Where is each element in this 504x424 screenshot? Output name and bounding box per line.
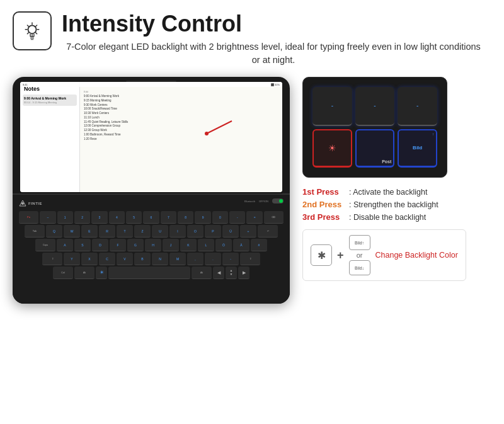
kb-key-tilde[interactable]: ~ bbox=[40, 211, 55, 224]
kb-key-fn[interactable]: Fn bbox=[19, 211, 38, 224]
kb-key-x[interactable]: X bbox=[81, 253, 98, 265]
kb-key-i[interactable]: I bbox=[169, 225, 186, 238]
press-item-2: 2nd Press : Strengthen the backlight bbox=[302, 200, 488, 209]
kb-key-k[interactable]: K bbox=[180, 239, 197, 251]
kb-row-5: Ctrl Alt ☀ Alt ◀ ▲ ▼ ▶ bbox=[19, 266, 284, 279]
kb-key-9[interactable]: 9 bbox=[195, 211, 210, 224]
kb-key-h[interactable]: H bbox=[145, 239, 161, 251]
zoom-key-sun: ☀ bbox=[312, 129, 352, 168]
kb-key-e[interactable]: E bbox=[81, 225, 98, 238]
kb-key-r[interactable]: R bbox=[99, 225, 115, 238]
kb-key-8[interactable]: 8 bbox=[178, 211, 193, 224]
kb-key-0[interactable]: 0 bbox=[212, 211, 228, 224]
right-panel: - - - ☀ Post Bild ↑ bbox=[296, 74, 498, 304]
kb-key-o[interactable]: O bbox=[187, 225, 203, 238]
press-instructions: 1st Press : Activate the backlight 2nd P… bbox=[302, 187, 488, 222]
header-section: Intensity Control 7-Color elegant LED ba… bbox=[0, 0, 504, 74]
zoom-key-top-3: - bbox=[398, 87, 437, 126]
kb-key-hash[interactable]: # bbox=[251, 239, 267, 251]
kb-row-4: ⇧ Y X C V B N M , . - ⇧ bbox=[19, 253, 284, 265]
kb-key-s[interactable]: S bbox=[74, 239, 91, 251]
status-time: 9:41 bbox=[23, 83, 28, 86]
kb-key-period[interactable]: . bbox=[205, 253, 221, 265]
kb-key-alt-r[interactable]: Alt bbox=[192, 266, 212, 279]
kb-key-alt-l[interactable]: Alt bbox=[74, 266, 94, 279]
svg-line-5 bbox=[27, 25, 28, 26]
kb-key-g[interactable]: G bbox=[127, 239, 144, 251]
fintie-logo-icon bbox=[19, 200, 26, 207]
kb-key-c[interactable]: C bbox=[99, 253, 115, 265]
kb-key-2[interactable]: 2 bbox=[74, 211, 90, 224]
device-mockup: 9:41 ⬛ 31% Notes 9:00 Arrival & Morning … bbox=[13, 77, 290, 304]
header-text-block: Intensity Control 7-Color elegant LED ba… bbox=[62, 11, 485, 67]
kb-key-tab[interactable]: Tab bbox=[25, 225, 45, 238]
kb-key-l[interactable]: L bbox=[198, 239, 214, 251]
kb-key-6[interactable]: 6 bbox=[143, 211, 159, 224]
kb-key-enter[interactable]: ↵ bbox=[258, 225, 278, 238]
combo-plus-sign: + bbox=[337, 249, 344, 262]
svg-line-7 bbox=[36, 25, 37, 26]
kb-key-updown[interactable]: ▲ ▼ bbox=[226, 266, 237, 279]
brand-logo: FINTIE bbox=[19, 200, 42, 207]
zoom-keys-grid: - - - ☀ Post Bild ↑ bbox=[303, 77, 447, 177]
combo-section: ✱ + Bild↑ or Bild↓ Change Backlight Colo… bbox=[302, 229, 466, 281]
kb-key-b[interactable]: B bbox=[134, 253, 151, 265]
keyboard-top-right: Bluetooth OFF/ON bbox=[244, 198, 284, 203]
kb-key-ue[interactable]: Ü bbox=[222, 225, 239, 238]
kb-key-4[interactable]: 4 bbox=[109, 211, 125, 224]
press-item-3: 3rd Press : Disable the backlight bbox=[302, 212, 488, 222]
bulb-icon bbox=[21, 20, 43, 42]
kb-key-w[interactable]: W bbox=[64, 225, 80, 238]
bild-down-label: Bild↓ bbox=[355, 266, 364, 270]
page-title: Intensity Control bbox=[62, 11, 485, 37]
press-1-desc: : Activate the backlight bbox=[349, 188, 427, 197]
kb-key-slash[interactable]: - bbox=[222, 253, 239, 265]
kb-key-t[interactable]: T bbox=[117, 225, 133, 238]
kb-key-a[interactable]: A bbox=[57, 239, 73, 251]
svg-point-15 bbox=[21, 202, 24, 205]
kb-key-space[interactable] bbox=[108, 266, 190, 279]
kb-key-z[interactable]: Z bbox=[134, 225, 151, 238]
kb-key-5[interactable]: 5 bbox=[126, 211, 142, 224]
combo-bild-stack: Bild↑ or Bild↓ bbox=[349, 235, 370, 275]
kb-row-1: Fn ~ 1 2 3 4 5 6 7 8 9 0 - bbox=[19, 211, 284, 224]
power-switch[interactable] bbox=[272, 198, 284, 203]
kb-key-q[interactable]: Q bbox=[46, 225, 62, 238]
kb-key-p[interactable]: P bbox=[205, 225, 221, 238]
kb-key-7[interactable]: 7 bbox=[161, 211, 176, 224]
kb-key-equals[interactable]: = bbox=[246, 211, 262, 224]
kb-key-y[interactable]: Y bbox=[64, 253, 80, 265]
combo-asterisk-key: ✱ bbox=[311, 244, 332, 266]
kb-key-f[interactable]: F bbox=[110, 239, 126, 251]
kb-key-shift-r[interactable]: ⇧ bbox=[240, 253, 260, 265]
kb-key-1[interactable]: 1 bbox=[57, 211, 73, 224]
combo-or-text: or bbox=[357, 251, 363, 259]
notes-schedule: 9:00 Arrival & Morning Work 9:15 Morning… bbox=[84, 95, 278, 141]
kb-key-plus[interactable]: + bbox=[240, 225, 256, 238]
kb-key-ctrl[interactable]: Ctrl bbox=[53, 266, 73, 279]
notes-item-active: 9:00 Arrival & Morning Work 00:14 - 9:15… bbox=[23, 95, 77, 106]
kb-key-left[interactable]: ◀ bbox=[213, 266, 224, 279]
notes-sidebar: Notes 9:00 Arrival & Morning Work 00:14 … bbox=[20, 82, 80, 192]
kb-key-backspace[interactable]: ⌫ bbox=[264, 211, 284, 224]
kb-key-shift-l[interactable]: ⇧ bbox=[42, 253, 62, 265]
kb-key-j[interactable]: J bbox=[163, 239, 179, 251]
kb-key-n[interactable]: N bbox=[152, 253, 168, 265]
power-indicator bbox=[279, 199, 283, 203]
press-1-label: 1st Press bbox=[302, 187, 346, 197]
kb-key-sun[interactable]: ☀ bbox=[96, 266, 107, 279]
kb-key-3[interactable]: 3 bbox=[91, 211, 107, 224]
bild-up-label: Bild↑ bbox=[355, 241, 364, 245]
kb-key-u[interactable]: U bbox=[152, 225, 168, 238]
kb-key-caps[interactable]: Caps bbox=[35, 239, 55, 251]
kb-key-right[interactable]: ▶ bbox=[238, 266, 249, 279]
kb-key-minus[interactable]: - bbox=[229, 211, 245, 224]
kb-key-comma[interactable]: , bbox=[187, 253, 203, 265]
kb-key-m[interactable]: M bbox=[169, 253, 186, 265]
kb-key-ae[interactable]: Ä bbox=[233, 239, 249, 251]
combo-bild-up: Bild↑ bbox=[349, 235, 370, 250]
kb-key-v[interactable]: V bbox=[117, 253, 133, 265]
kb-key-d[interactable]: D bbox=[92, 239, 108, 251]
status-bar: 9:41 ⬛ 31% bbox=[20, 82, 282, 87]
kb-key-oe[interactable]: Ö bbox=[215, 239, 232, 251]
